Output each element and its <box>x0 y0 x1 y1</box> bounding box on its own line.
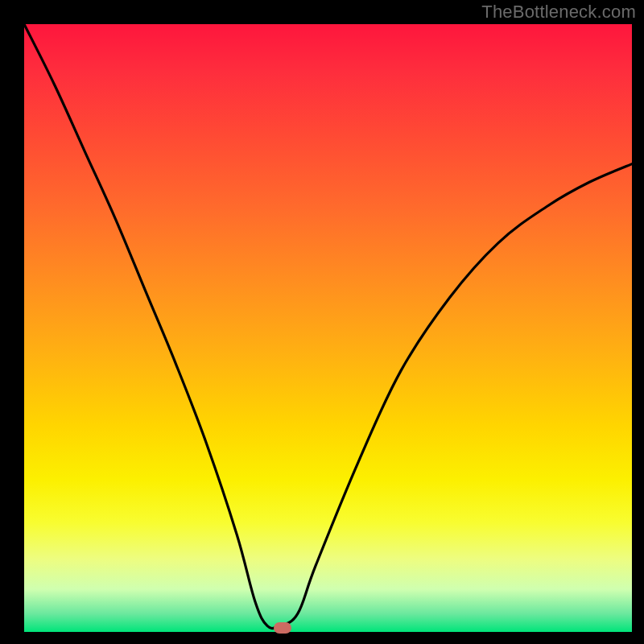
chart-container: TheBottleneck.com <box>0 0 644 644</box>
bottleneck-curve-svg <box>24 24 632 632</box>
chart-plot-area <box>24 24 632 632</box>
bottleneck-curve <box>24 24 632 629</box>
bottleneck-marker <box>274 622 291 634</box>
watermark-text: TheBottleneck.com <box>481 2 636 23</box>
